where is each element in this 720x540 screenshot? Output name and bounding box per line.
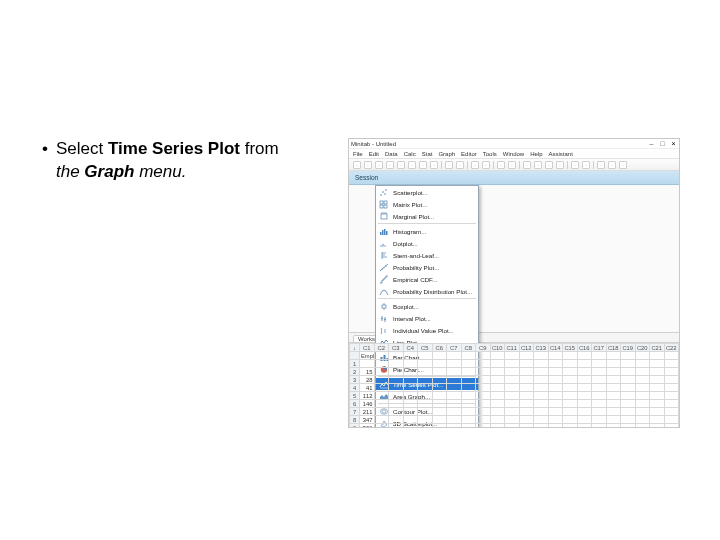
menu-item-probability-plot[interactable]: Probability Plot... (376, 261, 478, 273)
cell[interactable] (664, 368, 679, 376)
cell[interactable] (664, 384, 679, 392)
col-header[interactable]: C17 (592, 344, 607, 352)
cell[interactable] (664, 376, 679, 384)
row-header[interactable]: 8 (350, 416, 360, 424)
menu-help[interactable]: Help (530, 151, 542, 157)
cell[interactable] (476, 416, 491, 424)
cell[interactable] (389, 384, 404, 392)
col-header[interactable]: C9 (476, 344, 491, 352)
menu-assistant[interactable]: Assistant (548, 151, 572, 157)
cell[interactable] (476, 408, 491, 416)
cell[interactable] (461, 416, 476, 424)
cell[interactable]: 112 (360, 392, 375, 400)
col-header[interactable]: C20 (635, 344, 650, 352)
cell[interactable] (548, 368, 563, 376)
menu-item-individual-value-plot[interactable]: Individual Value Plot... (376, 324, 478, 336)
menu-file[interactable]: File (353, 151, 363, 157)
cell[interactable] (621, 376, 636, 384)
cell[interactable] (389, 408, 404, 416)
cell[interactable] (577, 392, 592, 400)
cell[interactable] (577, 424, 592, 429)
col-header[interactable]: C2 (374, 344, 389, 352)
cell[interactable] (403, 416, 418, 424)
cell[interactable] (519, 424, 534, 429)
col-name-cell[interactable] (563, 352, 578, 360)
col-name-cell[interactable] (374, 352, 389, 360)
cell[interactable] (389, 360, 404, 368)
redo-icon[interactable]: · (430, 161, 438, 169)
cell[interactable] (519, 416, 534, 424)
cell[interactable] (621, 400, 636, 408)
cell[interactable] (389, 392, 404, 400)
cell[interactable] (490, 392, 505, 400)
cell[interactable] (592, 416, 607, 424)
cell[interactable] (592, 368, 607, 376)
cell[interactable] (635, 360, 650, 368)
cell[interactable] (505, 360, 520, 368)
zoom-out-icon[interactable]: · (456, 161, 464, 169)
cell[interactable] (505, 424, 520, 429)
col-header[interactable]: C4 (403, 344, 418, 352)
play-icon[interactable]: · (523, 161, 531, 169)
cell[interactable] (519, 368, 534, 376)
row-header[interactable]: 3 (350, 376, 360, 384)
col-name-cell[interactable] (447, 352, 462, 360)
cell[interactable] (476, 400, 491, 408)
cell[interactable] (519, 376, 534, 384)
end-icon[interactable]: · (556, 161, 564, 169)
open-icon[interactable]: · (353, 161, 361, 169)
cell[interactable] (389, 376, 404, 384)
cell[interactable]: 28 (360, 376, 375, 384)
cell[interactable] (534, 368, 549, 376)
col-name-cell[interactable] (505, 352, 520, 360)
col-header[interactable]: C16 (577, 344, 592, 352)
cell[interactable] (374, 368, 389, 376)
help-icon[interactable]: · (471, 161, 479, 169)
cell[interactable] (505, 408, 520, 416)
cell[interactable] (476, 368, 491, 376)
cell[interactable] (490, 376, 505, 384)
menu-item-matrix-plot[interactable]: Matrix Plot... (376, 198, 478, 210)
cell[interactable] (635, 424, 650, 429)
col-header[interactable]: C13 (534, 344, 549, 352)
cell[interactable] (432, 424, 447, 429)
cell[interactable] (418, 400, 433, 408)
bold-icon[interactable]: · (571, 161, 579, 169)
cell[interactable] (432, 408, 447, 416)
menu-edit[interactable]: Edit (369, 151, 379, 157)
undo-icon[interactable]: · (419, 161, 427, 169)
copy-icon[interactable]: · (397, 161, 405, 169)
col-header[interactable]: C10 (490, 344, 505, 352)
col-header[interactable]: C6 (432, 344, 447, 352)
prev-icon[interactable]: · (534, 161, 542, 169)
cell[interactable] (403, 376, 418, 384)
cell[interactable] (374, 360, 389, 368)
cell[interactable] (418, 384, 433, 392)
cell[interactable] (592, 384, 607, 392)
cell[interactable] (490, 408, 505, 416)
col-header[interactable]: C15 (563, 344, 578, 352)
cell[interactable] (650, 376, 665, 384)
cell[interactable] (563, 376, 578, 384)
cell[interactable] (548, 376, 563, 384)
cell[interactable] (461, 376, 476, 384)
cell[interactable] (476, 392, 491, 400)
cell[interactable] (461, 400, 476, 408)
cell[interactable] (606, 408, 621, 416)
row-header[interactable]: 7 (350, 408, 360, 416)
col-name-cell[interactable] (432, 352, 447, 360)
cell[interactable] (534, 424, 549, 429)
cell[interactable] (606, 376, 621, 384)
cell[interactable] (461, 408, 476, 416)
cell[interactable] (519, 408, 534, 416)
cell[interactable] (418, 424, 433, 429)
minimize-button[interactable]: – (648, 140, 655, 147)
cell[interactable] (592, 400, 607, 408)
cell[interactable] (650, 368, 665, 376)
cell[interactable] (650, 392, 665, 400)
chart-icon[interactable]: · (497, 161, 505, 169)
cell[interactable] (606, 384, 621, 392)
maximize-button[interactable]: □ (659, 140, 666, 147)
col-name-cell[interactable] (476, 352, 491, 360)
session-panel-header[interactable]: Session (349, 171, 679, 185)
